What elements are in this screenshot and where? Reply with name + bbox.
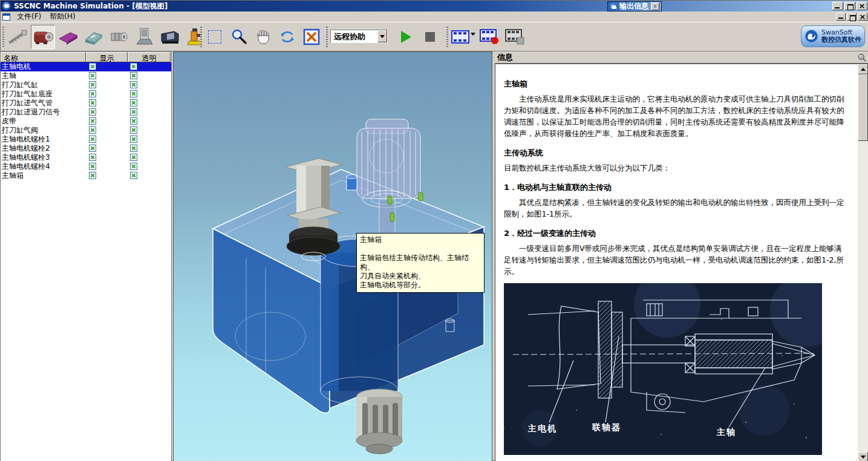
display-checkbox[interactable] bbox=[89, 126, 96, 134]
part-name: 主轴电机螺栓3 bbox=[2, 153, 50, 162]
table-row[interactable]: 打刀缸气缸底座 bbox=[1, 90, 171, 99]
column-transparent[interactable]: 透明 bbox=[128, 52, 171, 62]
info-panel-title: 信息 bbox=[497, 52, 858, 63]
table-row[interactable]: 主轴电机螺栓4 bbox=[1, 162, 171, 171]
transparent-checkbox[interactable] bbox=[130, 90, 137, 97]
part-name: 主轴电机 bbox=[2, 62, 31, 71]
transparent-checkbox[interactable] bbox=[130, 163, 137, 170]
display-checkbox[interactable] bbox=[89, 163, 96, 170]
part-name: 打刀缸气缸 bbox=[2, 80, 38, 90]
film-stop-icon[interactable] bbox=[504, 25, 526, 49]
film-icon[interactable] bbox=[449, 25, 471, 49]
table-row[interactable]: 主轴 bbox=[1, 71, 171, 80]
info-paragraph: 目前数控机床主传动系统大致可以分为以下几类： bbox=[504, 162, 849, 174]
rotate-icon[interactable] bbox=[276, 25, 298, 49]
transparent-checkbox[interactable] bbox=[130, 72, 137, 79]
output-window-title: 输出信息 bbox=[619, 1, 648, 11]
machine-column-icon[interactable] bbox=[132, 25, 157, 49]
output-window-tab[interactable]: 输出信息 x bbox=[607, 1, 662, 11]
parts-table-body: 主轴电机主轴打刀缸气缸打刀缸气缸底座打刀缸进气气管打刀缸进退刀信号皮带打刀缸气阀… bbox=[1, 62, 171, 180]
display-checkbox[interactable] bbox=[89, 154, 96, 161]
pin-icon[interactable] bbox=[858, 53, 866, 62]
table-row[interactable]: 主轴电机螺栓1 bbox=[1, 135, 171, 144]
transparent-checkbox[interactable] bbox=[130, 117, 137, 125]
child-close-button[interactable] bbox=[858, 13, 867, 21]
table-row[interactable]: 皮带 bbox=[1, 117, 171, 126]
transparent-checkbox[interactable] bbox=[130, 154, 137, 161]
transparent-checkbox[interactable] bbox=[130, 136, 137, 143]
part-name: 主轴箱 bbox=[2, 171, 24, 180]
display-checkbox[interactable] bbox=[89, 63, 96, 70]
display-checkbox[interactable] bbox=[89, 117, 96, 125]
fit-view-icon[interactable] bbox=[301, 25, 322, 49]
remote-assist-dropdown[interactable]: 远程协助 bbox=[330, 30, 388, 43]
zoom-icon[interactable] bbox=[228, 25, 250, 49]
toolbar-grip[interactable] bbox=[2, 27, 4, 47]
swan-logo-icon bbox=[804, 28, 818, 44]
transparent-checkbox[interactable] bbox=[130, 99, 137, 106]
minimize-button[interactable] bbox=[832, 2, 843, 10]
column-name[interactable]: 名称 bbox=[1, 52, 86, 62]
transparent-checkbox[interactable] bbox=[130, 145, 137, 152]
info-panel: 信息 主轴箱主传动系统是用来实现机床主运动的，它将主电动机的原动力变成可供主轴上… bbox=[495, 51, 868, 461]
transparent-checkbox[interactable] bbox=[130, 81, 137, 88]
film-chevron-icon[interactable] bbox=[471, 36, 475, 47]
transparent-checkbox[interactable] bbox=[130, 172, 137, 179]
table-row[interactable]: 主轴箱 bbox=[1, 171, 171, 180]
toolbar-grip[interactable] bbox=[326, 27, 328, 47]
table-row[interactable]: 主轴电机 bbox=[1, 62, 171, 71]
transparent-checkbox[interactable] bbox=[130, 126, 137, 134]
ballscrew-icon[interactable] bbox=[5, 25, 30, 49]
info-blocks: 主轴箱主传动系统是用来实现机床主运动的，它将主电动机的原动力变成可供主轴上刀具切… bbox=[504, 79, 849, 277]
scroll-down-icon[interactable] bbox=[858, 452, 868, 461]
output-window-close-icon[interactable]: x bbox=[651, 2, 659, 10]
child-minimize-button[interactable] bbox=[836, 13, 846, 21]
info-heading: 主轴箱 bbox=[504, 79, 849, 90]
table-row[interactable]: 主轴电机螺栓2 bbox=[1, 144, 171, 153]
child-restore-button[interactable] bbox=[847, 13, 857, 21]
column-display[interactable]: 显示 bbox=[86, 52, 128, 62]
table-row[interactable]: 打刀缸气阀 bbox=[1, 126, 171, 135]
table-row[interactable]: 主轴电机螺栓3 bbox=[1, 153, 171, 162]
app-icon bbox=[2, 2, 11, 10]
menu-file[interactable]: 文件(F) bbox=[13, 10, 45, 23]
display-checkbox[interactable] bbox=[89, 136, 96, 143]
display-checkbox[interactable] bbox=[89, 90, 96, 97]
machine-saddle-icon[interactable] bbox=[82, 25, 106, 49]
spindle-motor-icon[interactable] bbox=[31, 25, 55, 49]
select-rect-icon[interactable] bbox=[204, 25, 226, 49]
film-record-icon[interactable] bbox=[478, 25, 500, 49]
display-checkbox[interactable] bbox=[89, 99, 96, 106]
model-viewport[interactable]: 主轴箱 主轴箱包括主轴传动结构、主轴结构、 刀具自动夹紧机构、 主轴电动机等部分… bbox=[173, 51, 492, 461]
figure-label-coupling: 联轴器 bbox=[592, 422, 621, 433]
table-row[interactable]: 打刀缸进气气管 bbox=[1, 99, 171, 108]
display-checkbox[interactable] bbox=[89, 172, 96, 179]
machine-part-icon[interactable] bbox=[56, 25, 80, 49]
chevron-down-icon[interactable] bbox=[377, 30, 387, 42]
parts-panel: 名称 显示 透明 主轴电机主轴打刀缸气缸打刀缸气缸底座打刀缸进气气管打刀缸进退刀… bbox=[1, 51, 172, 461]
toolbar-grip[interactable] bbox=[200, 27, 202, 47]
table-row[interactable]: 打刀缸气缸 bbox=[1, 80, 171, 90]
menu-help[interactable]: 帮助(H) bbox=[45, 10, 79, 23]
part-name: 皮带 bbox=[2, 117, 16, 126]
cnc-machine-icon[interactable] bbox=[158, 25, 182, 49]
scroll-up-icon[interactable] bbox=[858, 64, 868, 74]
stop-button[interactable] bbox=[419, 25, 441, 49]
transparent-checkbox[interactable] bbox=[130, 108, 137, 116]
display-checkbox[interactable] bbox=[89, 145, 96, 152]
play-button[interactable] bbox=[395, 25, 417, 49]
pan-hand-icon[interactable] bbox=[252, 25, 274, 49]
toolbar: 远程协助 bbox=[1, 22, 868, 51]
display-checkbox[interactable] bbox=[89, 81, 96, 88]
restore-button[interactable] bbox=[844, 2, 855, 10]
display-checkbox[interactable] bbox=[89, 72, 96, 79]
table-row[interactable]: 打刀缸进退刀信号 bbox=[1, 108, 171, 117]
parts-table-header: 名称 显示 透明 bbox=[1, 52, 171, 62]
info-scrollbar[interactable] bbox=[858, 64, 868, 461]
scrollbar-thumb[interactable] bbox=[858, 74, 868, 141]
toolbar-grip[interactable] bbox=[446, 27, 448, 47]
display-checkbox[interactable] bbox=[89, 108, 96, 116]
transparent-checkbox[interactable] bbox=[130, 63, 137, 70]
close-button[interactable] bbox=[857, 2, 867, 10]
spindle-chuck-icon[interactable] bbox=[107, 25, 131, 49]
